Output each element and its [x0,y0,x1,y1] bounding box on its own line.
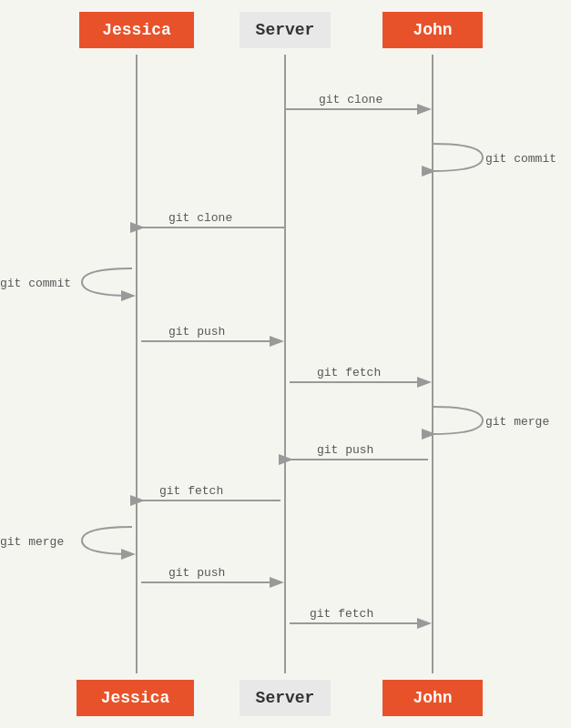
jessica-lifeline [136,55,138,673]
jessica-actor-top: Jessica [79,12,194,48]
server-label-bottom: Server [256,689,315,707]
jessica-label-bottom: Jessica [101,689,170,707]
jessica-label-top: Jessica [102,21,171,39]
server-actor-top: Server [240,12,331,48]
server-actor-bottom: Server [240,680,331,716]
john-lifeline [432,55,433,673]
server-label-top: Server [256,21,315,39]
svg-text:git commit: git commit [0,277,71,290]
john-actor-top: John [382,12,483,48]
svg-text:git fetch: git fetch [317,366,381,379]
svg-text:git fetch: git fetch [159,484,223,498]
john-label-top: John [413,21,452,39]
svg-text:git fetch: git fetch [310,607,373,621]
jessica-actor-bottom: Jessica [76,680,194,716]
svg-text:git merge: git merge [0,535,64,549]
server-lifeline [284,55,286,673]
svg-text:git merge: git merge [485,415,549,429]
svg-text:git push: git push [168,325,225,339]
svg-text:git clone: git clone [168,211,232,225]
john-label-bottom: John [413,689,452,707]
svg-text:git push: git push [317,443,373,457]
svg-text:git commit: git commit [485,152,556,166]
john-actor-bottom: John [382,680,483,716]
svg-text:git clone: git clone [319,93,382,106]
svg-text:git push: git push [168,566,225,580]
